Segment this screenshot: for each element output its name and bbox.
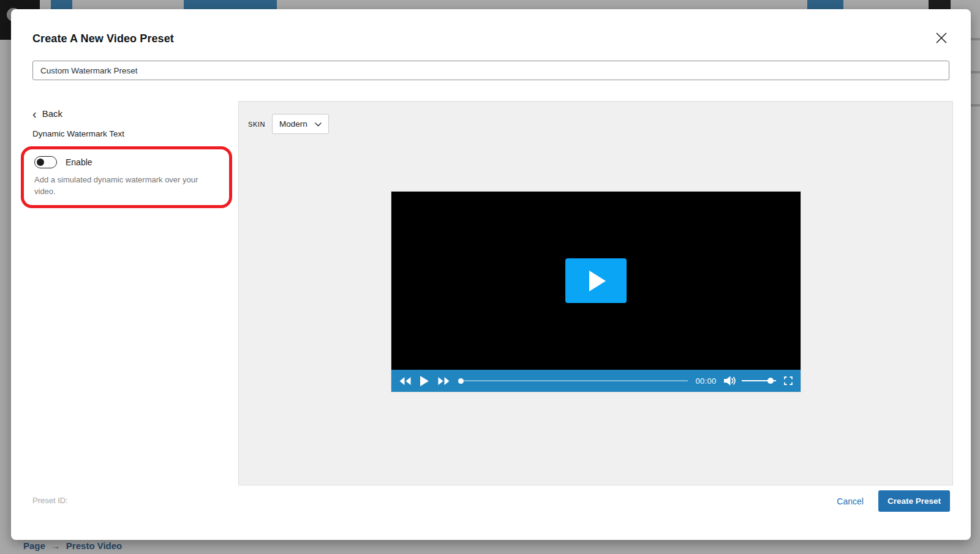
play-control-icon — [420, 376, 429, 386]
skin-label: SKIN — [248, 121, 265, 128]
skin-select[interactable]: Modern — [272, 114, 329, 134]
create-video-preset-modal: Create A New Video Preset ‹ Back Dynamic… — [11, 9, 971, 540]
volume-slider[interactable] — [742, 378, 776, 384]
fast-forward-button[interactable] — [438, 377, 450, 385]
fullscreen-icon — [784, 376, 793, 385]
preset-name-input[interactable] — [32, 61, 949, 80]
chevron-down-icon — [315, 119, 322, 129]
enable-toggle-label: Enable — [66, 157, 92, 167]
player-control-bar: 00:00 — [391, 370, 801, 392]
dimmed-toolbar-item — [51, 0, 72, 10]
back-button[interactable]: ‹ Back — [32, 108, 238, 119]
breadcrumb-arrow-icon: → — [51, 541, 60, 551]
toggle-knob — [37, 159, 44, 166]
toggle-description: Add a simulated dynamic watermark over y… — [34, 174, 214, 198]
breadcrumb-current: Presto Video — [66, 541, 122, 551]
red-annotation-highlight: Enable Add a simulated dynamic watermark… — [21, 146, 232, 208]
volume-handle[interactable] — [767, 378, 774, 384]
preset-id-label: Preset ID: — [32, 496, 68, 505]
volume-button[interactable] — [724, 376, 736, 386]
footer-actions: Cancel Create Preset — [837, 490, 950, 512]
play-button[interactable] — [420, 376, 429, 386]
progress-track — [464, 380, 688, 381]
cancel-button[interactable]: Cancel — [837, 496, 864, 506]
big-play-button[interactable] — [565, 258, 627, 303]
dimmed-page-row — [971, 38, 980, 40]
dimmed-toolbar-item — [929, 0, 951, 10]
skin-setting-row: SKIN Modern — [248, 114, 952, 134]
enable-toggle[interactable] — [34, 156, 57, 168]
volume-icon — [724, 376, 736, 386]
dimmed-toolbar-item — [184, 0, 277, 10]
close-icon — [933, 30, 949, 48]
video-player-preview: 00:00 — [391, 192, 801, 392]
fullscreen-button[interactable] — [784, 376, 793, 385]
breadcrumb: Page → Presto Video — [23, 541, 122, 551]
video-screen — [391, 192, 801, 370]
current-time: 00:00 — [695, 376, 716, 386]
progress-handle[interactable] — [458, 378, 464, 384]
play-icon — [589, 271, 606, 291]
close-button[interactable] — [930, 28, 952, 50]
skin-select-value: Modern — [279, 119, 307, 129]
fast-forward-icon — [438, 377, 450, 385]
rewind-button[interactable] — [399, 377, 411, 385]
modal-title: Create A New Video Preset — [32, 32, 174, 45]
settings-sidebar: ‹ Back Dynamic Watermark Text Enable Add… — [32, 101, 238, 208]
progress-bar[interactable] — [458, 378, 688, 384]
dimmed-page-row — [971, 71, 980, 73]
dimmed-page-row — [971, 104, 980, 107]
enable-toggle-row: Enable — [34, 156, 221, 168]
dimmed-toolbar-item — [807, 0, 843, 10]
breadcrumb-page: Page — [23, 541, 45, 551]
create-preset-button[interactable]: Create Preset — [878, 490, 950, 512]
rewind-icon — [399, 377, 411, 385]
chevron-left-icon: ‹ — [32, 110, 37, 118]
section-title: Dynamic Watermark Text — [32, 129, 238, 138]
preview-panel: SKIN Modern — [238, 101, 953, 485]
modal-content: ‹ Back Dynamic Watermark Text Enable Add… — [32, 101, 953, 485]
back-label: Back — [42, 108, 62, 119]
